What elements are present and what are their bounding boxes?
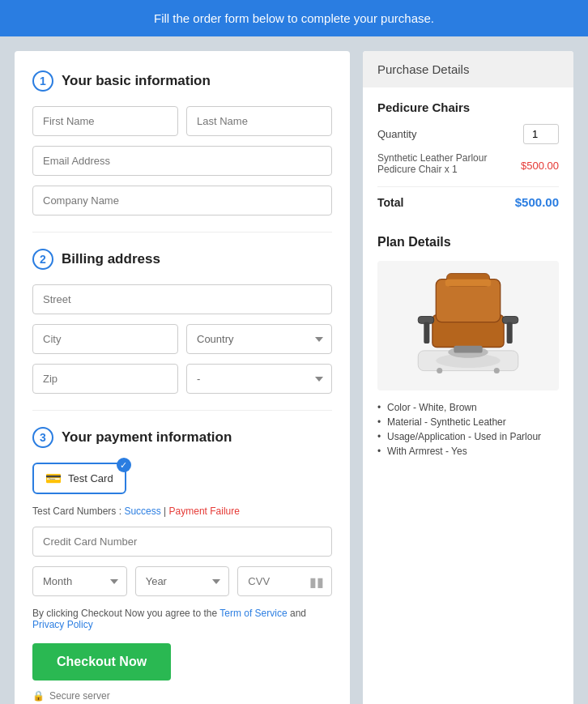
last-name-field bbox=[186, 106, 332, 136]
credit-card-icon: 💳 bbox=[45, 471, 62, 486]
feature-4: With Armrest - Yes bbox=[377, 446, 559, 457]
purchase-header: Purchase Details bbox=[363, 51, 573, 87]
secure-info: 🔒 Secure server Safe and secure payment … bbox=[32, 690, 332, 704]
total-price: $500.00 bbox=[515, 195, 559, 209]
section1-header: 1 Your basic information bbox=[32, 70, 332, 92]
chair-image bbox=[377, 261, 559, 390]
street-input[interactable] bbox=[32, 284, 332, 314]
main-content: 1 Your basic information bbox=[0, 36, 588, 704]
company-field bbox=[32, 186, 332, 215]
svg-point-12 bbox=[437, 368, 442, 373]
credit-card-field bbox=[32, 527, 332, 557]
terms-text: By clicking Checkout Now you agree to th… bbox=[32, 608, 332, 630]
company-row bbox=[32, 186, 332, 215]
feature-3: Usage/Application - Used in Parlour bbox=[377, 431, 559, 442]
right-panel: Purchase Details Pedicure Chairs Quantit… bbox=[363, 51, 573, 704]
total-label: Total bbox=[377, 196, 403, 209]
section2-header: 2 Billing address bbox=[32, 249, 332, 270]
street-field bbox=[32, 284, 332, 314]
separator: | bbox=[164, 506, 166, 517]
email-field bbox=[32, 146, 332, 176]
divider1 bbox=[32, 232, 332, 233]
feature-2: Material - Synthetic Leather bbox=[377, 416, 559, 428]
state-select[interactable]: - bbox=[186, 364, 332, 394]
section2-number: 2 bbox=[32, 249, 53, 270]
first-name-field bbox=[32, 106, 178, 136]
product-desc: Synthetic Leather Parlour Pedicure Chair… bbox=[377, 152, 521, 175]
checkout-button[interactable]: Checkout Now bbox=[32, 643, 171, 681]
cvv-icon: ▮▮ bbox=[309, 574, 324, 589]
quantity-label: Quantity bbox=[377, 128, 416, 140]
test-card-label: Test Card Numbers : bbox=[32, 506, 121, 517]
svg-rect-7 bbox=[424, 322, 429, 343]
left-panel: 1 Your basic information bbox=[15, 51, 350, 704]
year-field: Year bbox=[135, 566, 230, 596]
email-row bbox=[32, 146, 332, 176]
cvv-field: ▮▮ bbox=[237, 566, 332, 596]
top-banner: Fill the order form below to complete yo… bbox=[0, 0, 588, 36]
svg-rect-11 bbox=[454, 346, 482, 353]
card-check-icon: ✓ bbox=[117, 458, 131, 472]
secure-server-line: 🔒 Secure server bbox=[32, 690, 332, 702]
purchase-body: Pedicure Chairs Quantity Synthetic Leath… bbox=[363, 87, 573, 222]
zip-input[interactable] bbox=[32, 364, 178, 394]
zip-state-row: - bbox=[32, 364, 332, 394]
last-name-input[interactable] bbox=[186, 106, 332, 136]
country-field: Country bbox=[186, 324, 332, 354]
svg-rect-9 bbox=[507, 322, 513, 343]
banner-text: Fill the order form below to complete yo… bbox=[154, 11, 434, 25]
product-price: $500.00 bbox=[521, 160, 559, 172]
first-name-input[interactable] bbox=[32, 106, 178, 136]
section3-title: Your payment information bbox=[62, 429, 232, 446]
and-text: and bbox=[290, 608, 306, 619]
quantity-row: Quantity bbox=[377, 124, 559, 144]
total-row: Total $500.00 bbox=[377, 195, 559, 209]
city-field bbox=[32, 324, 178, 354]
section1-title: Your basic information bbox=[62, 73, 211, 89]
city-country-row: Country bbox=[32, 324, 332, 354]
card-option[interactable]: 💳 Test Card ✓ bbox=[32, 463, 126, 494]
credit-card-input[interactable] bbox=[32, 527, 332, 557]
state-field: - bbox=[186, 364, 332, 394]
plan-title: Plan Details bbox=[377, 235, 559, 250]
month-field: Month bbox=[32, 566, 127, 596]
terms-prefix: By clicking Checkout Now you agree to th… bbox=[32, 608, 217, 619]
quantity-input[interactable] bbox=[523, 124, 559, 144]
section3-number: 3 bbox=[32, 427, 53, 448]
purchase-divider bbox=[377, 186, 559, 187]
terms-link[interactable]: Term of Service bbox=[219, 608, 287, 619]
test-card-note: Test Card Numbers : Success | Payment Fa… bbox=[32, 506, 332, 517]
divider2 bbox=[32, 410, 332, 411]
secure-server-text: Secure server bbox=[49, 690, 110, 702]
svg-point-13 bbox=[494, 368, 500, 373]
section1-number: 1 bbox=[32, 70, 53, 92]
page-wrapper: Fill the order form below to complete yo… bbox=[0, 0, 588, 704]
privacy-link[interactable]: Privacy Policy bbox=[32, 619, 93, 630]
svg-rect-10 bbox=[445, 279, 491, 287]
section2-title: Billing address bbox=[62, 251, 160, 267]
success-link[interactable]: Success bbox=[124, 506, 160, 517]
country-select[interactable]: Country bbox=[186, 324, 332, 354]
city-input[interactable] bbox=[32, 324, 178, 354]
plan-features: Color - White, Brown Material - Syntheti… bbox=[377, 402, 559, 457]
plan-details: Plan Details bbox=[363, 222, 573, 473]
company-input[interactable] bbox=[32, 186, 332, 215]
card-option-label: Test Card bbox=[68, 472, 113, 484]
credit-card-row bbox=[32, 527, 332, 557]
month-select[interactable]: Month bbox=[32, 566, 127, 596]
email-input[interactable] bbox=[32, 146, 332, 176]
lock-icon: 🔒 bbox=[32, 690, 45, 702]
section3-header: 3 Your payment information bbox=[32, 427, 332, 448]
street-row bbox=[32, 284, 332, 314]
zip-field bbox=[32, 364, 178, 394]
failure-link[interactable]: Payment Failure bbox=[169, 506, 240, 517]
feature-1: Color - White, Brown bbox=[377, 402, 559, 413]
year-select[interactable]: Year bbox=[135, 566, 230, 596]
cvv-row: Month Year ▮▮ bbox=[32, 566, 332, 596]
price-row: Synthetic Leather Parlour Pedicure Chair… bbox=[377, 152, 559, 178]
chair-svg bbox=[395, 265, 541, 386]
product-name: Pedicure Chairs bbox=[377, 100, 559, 114]
name-row bbox=[32, 106, 332, 136]
